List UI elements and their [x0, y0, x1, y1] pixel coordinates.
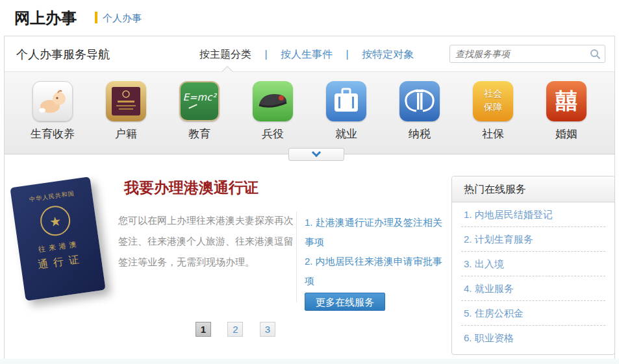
- social-security-text-line1: 社会: [473, 87, 513, 101]
- feature-link-2[interactable]: 2. 内地居民往来港澳申请审批事项: [305, 252, 449, 291]
- hot-service-item[interactable]: 4. 就业服务: [461, 276, 605, 301]
- travel-permit-image: 中华人民共和国 ★ 往来港澳 通行证: [10, 176, 105, 301]
- expand-categories-button[interactable]: [288, 148, 344, 161]
- more-online-services-button[interactable]: 更多在线服务: [305, 293, 385, 311]
- tax-emblem-icon: [399, 81, 440, 121]
- education-blackboard-icon: E=mc²: [179, 81, 220, 121]
- chalk-mark: [188, 104, 197, 109]
- category-education[interactable]: E=mc² 教育: [168, 81, 231, 141]
- hot-service-item[interactable]: 3. 出入境: [461, 252, 605, 276]
- nav-separator: |: [264, 49, 267, 60]
- site-header: 网上办事 个人办事 个人办事 企业办事 部门服务: [0, 0, 619, 36]
- double-happiness-icon: 囍: [546, 81, 587, 121]
- baby-icon: [32, 81, 73, 121]
- category-label: 纳税: [388, 127, 451, 141]
- nav-tab-by-topic[interactable]: 按主题分类: [199, 48, 251, 62]
- search-box: [449, 45, 605, 63]
- feature-description: 您可以在网上办理往来港澳夫妻探亲再次签注、往来港澳个人旅游、往来港澳逗留签注等业…: [118, 210, 295, 273]
- category-household-registration[interactable]: 户籍: [95, 81, 157, 141]
- hot-service-item[interactable]: 1. 内地居民结婚登记: [461, 202, 605, 227]
- social-security-icon: 社会 保障: [473, 81, 513, 121]
- feature-links: 1. 赴港澳通行证办理及签注相关事项 2. 内地居民往来港澳申请审批事项: [305, 213, 449, 291]
- category-military-service[interactable]: 兵役: [242, 81, 304, 141]
- site-title: 网上办事: [14, 8, 77, 29]
- hot-services-panel: 热门在线服务 1. 内地居民结婚登记 2. 计划生育服务 3. 出入境 4. 就…: [451, 176, 615, 355]
- page-button-1[interactable]: 1: [196, 322, 211, 337]
- vertical-divider: [296, 212, 297, 302]
- nav-tab-by-life-event[interactable]: 按人生事件: [281, 48, 333, 62]
- category-label: 就业: [315, 127, 377, 141]
- search-icon[interactable]: [590, 49, 601, 60]
- pagination: 1 2 3: [196, 322, 289, 337]
- category-social-security[interactable]: 社会 保障 社保: [462, 81, 524, 141]
- booklet-country-text: 中华人民共和国: [12, 187, 93, 206]
- hot-services-title: 热门在线服务: [452, 176, 614, 202]
- category-birth-adoption[interactable]: 生育收养: [21, 81, 84, 141]
- search-input[interactable]: [455, 47, 582, 61]
- page-footer-strip: [0, 359, 619, 364]
- hot-service-item[interactable]: 6. 职业资格: [461, 326, 605, 350]
- feature-content: 中华人民共和国 ★ 往来港澳 通行证 我要办理港澳通行证 您可以在网上办理往来港…: [5, 154, 614, 359]
- nav-title: 个人办事服务导航: [16, 47, 110, 62]
- nav-separator: |: [346, 49, 349, 60]
- household-register-icon: [106, 81, 146, 121]
- service-nav-bar: 个人办事服务导航 按主题分类 | 按人生事件 | 按特定对象: [5, 36, 614, 71]
- category-label: 婚姻: [535, 127, 598, 141]
- briefcase-icon: [326, 81, 366, 121]
- site-subtitle: 个人办事: [103, 12, 142, 25]
- hot-service-item[interactable]: 2. 计划生育服务: [461, 227, 605, 252]
- page-button-2[interactable]: 2: [227, 322, 243, 337]
- double-happiness-text: 囍: [546, 86, 587, 116]
- military-beret-icon: [253, 81, 293, 121]
- category-list: 生育收养 户籍: [5, 72, 614, 141]
- hot-service-item[interactable]: 5. 住房公积金: [461, 301, 605, 326]
- national-emblem-icon: ★: [38, 204, 72, 237]
- category-label: 户籍: [95, 127, 157, 141]
- feature-headline: 我要办理港澳通行证: [124, 178, 259, 198]
- category-icon-band: 生育收养 户籍: [5, 71, 614, 154]
- nav-tabs: 按主题分类 | 按人生事件 | 按特定对象: [199, 48, 414, 62]
- category-label: 生育收养: [21, 127, 84, 141]
- category-label: 兵役: [242, 127, 304, 141]
- category-marriage[interactable]: 囍 婚姻: [535, 81, 598, 141]
- page: 网上办事 个人办事 个人办事 企业办事 部门服务 个人办事服务导航 按主题分类 …: [0, 0, 619, 364]
- page-button-3[interactable]: 3: [260, 322, 275, 337]
- title-separator: [95, 12, 97, 23]
- chevron-down-icon: [312, 148, 321, 157]
- category-label: 社保: [462, 127, 524, 141]
- social-security-text-line2: 保障: [473, 101, 513, 114]
- formula-text: E=mc²: [181, 91, 218, 103]
- category-tax[interactable]: 纳税: [388, 81, 451, 141]
- category-label: 教育: [168, 127, 231, 141]
- nav-tab-by-target-group[interactable]: 按特定对象: [362, 48, 414, 62]
- category-employment[interactable]: 就业: [315, 81, 377, 141]
- main-panel: 个人办事服务导航 按主题分类 | 按人生事件 | 按特定对象: [4, 36, 615, 359]
- feature-link-1[interactable]: 1. 赴港澳通行证办理及签注相关事项: [305, 213, 449, 252]
